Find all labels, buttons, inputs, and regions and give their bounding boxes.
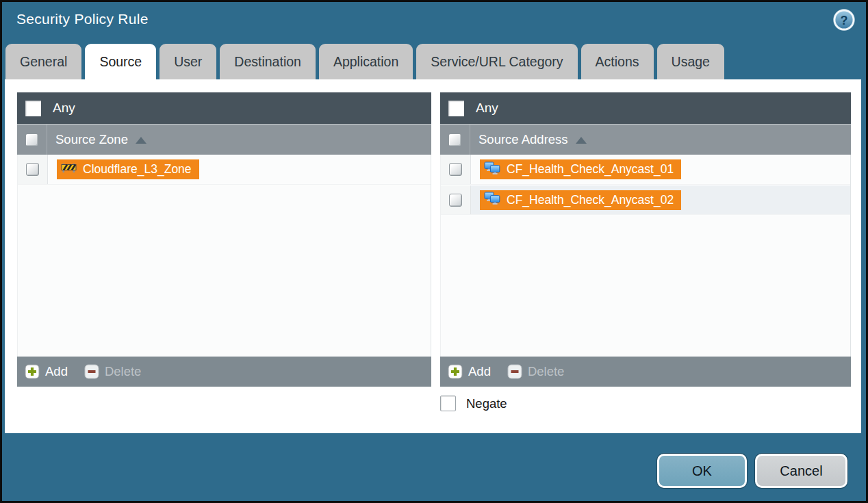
source-zone-column-header[interactable]: Source Zone	[17, 124, 431, 155]
minus-icon	[84, 364, 99, 379]
source-zone-select-all-checkbox[interactable]	[25, 133, 38, 146]
source-address-row: CF_Health_Check_Anycast_02	[441, 185, 850, 215]
address-chip[interactable]: CF_Health_Check_Anycast_02	[480, 190, 681, 210]
address-name: CF_Health_Check_Anycast_01	[507, 162, 674, 177]
tab-general[interactable]: General	[5, 44, 81, 79]
row-checkbox[interactable]	[449, 163, 462, 176]
tab-source[interactable]: Source	[85, 44, 156, 79]
address-chip[interactable]: CF_Health_Check_Anycast_01	[480, 159, 681, 179]
tab-destination[interactable]: Destination	[220, 44, 316, 79]
delete-button[interactable]: Delete	[84, 364, 141, 379]
source-address-any-label: Any	[476, 101, 498, 116]
source-zone-panel: Any Source Zone	[17, 92, 431, 387]
dialog-body: Any Source Zone	[5, 79, 861, 433]
tab-application[interactable]: Application	[319, 44, 413, 79]
source-zone-row: Cloudflare_L3_Zone	[18, 155, 431, 185]
tab-usage[interactable]: Usage	[657, 44, 724, 79]
negate-label: Negate	[466, 396, 507, 411]
row-checkbox[interactable]	[26, 163, 39, 176]
add-button[interactable]: Add	[448, 364, 491, 379]
svg-text:?: ?	[841, 14, 848, 27]
source-zone-header-label: Source Zone	[55, 132, 128, 147]
source-zone-list: Cloudflare_L3_Zone	[17, 155, 431, 357]
row-checkbox[interactable]	[449, 194, 462, 207]
source-address-panel: Any Source Address	[440, 92, 851, 387]
source-address-column-header[interactable]: Source Address	[440, 124, 851, 155]
tab-bar: General Source User Destination Applicat…	[5, 44, 724, 79]
address-icon	[484, 192, 500, 208]
source-zone-any-checkbox[interactable]	[25, 101, 41, 116]
security-policy-rule-dialog: Security Policy Rule ? General Source Us…	[0, 0, 868, 503]
source-address-select-all-checkbox[interactable]	[448, 133, 461, 146]
address-icon	[484, 162, 500, 178]
ok-button[interactable]: OK	[657, 454, 747, 488]
negate-row: Negate	[440, 396, 507, 411]
minus-icon	[507, 364, 522, 379]
plus-icon	[25, 364, 40, 379]
address-name: CF_Health_Check_Anycast_02	[507, 193, 674, 207]
dialog-title: Security Policy Rule	[16, 11, 149, 27]
source-zone-any-bar: Any	[17, 92, 431, 124]
source-zone-toolbar: Add Delete	[17, 357, 431, 387]
source-address-any-bar: Any	[440, 92, 851, 124]
source-address-row: CF_Health_Check_Anycast_01	[441, 155, 850, 185]
zone-name: Cloudflare_L3_Zone	[83, 162, 192, 177]
negate-checkbox[interactable]	[440, 396, 456, 411]
source-address-toolbar: Add Delete	[440, 357, 851, 387]
delete-button[interactable]: Delete	[507, 364, 564, 379]
help-icon[interactable]: ?	[832, 8, 856, 32]
zone-icon	[61, 162, 77, 177]
source-address-any-checkbox[interactable]	[448, 101, 464, 116]
source-address-header-label: Source Address	[478, 132, 568, 147]
plus-icon	[448, 364, 463, 379]
sort-ascending-icon	[576, 137, 587, 144]
source-zone-any-label: Any	[53, 101, 75, 116]
tab-user[interactable]: User	[159, 44, 216, 79]
dialog-footer: OK Cancel	[657, 454, 847, 488]
sort-ascending-icon	[136, 137, 146, 144]
zone-chip[interactable]: Cloudflare_L3_Zone	[57, 159, 199, 179]
cancel-button[interactable]: Cancel	[755, 454, 847, 488]
tab-service-url-category[interactable]: Service/URL Category	[416, 44, 577, 79]
source-address-list: CF_Health_Check_Anycast_01	[440, 155, 851, 357]
tab-actions[interactable]: Actions	[581, 44, 654, 79]
add-button[interactable]: Add	[25, 364, 68, 379]
